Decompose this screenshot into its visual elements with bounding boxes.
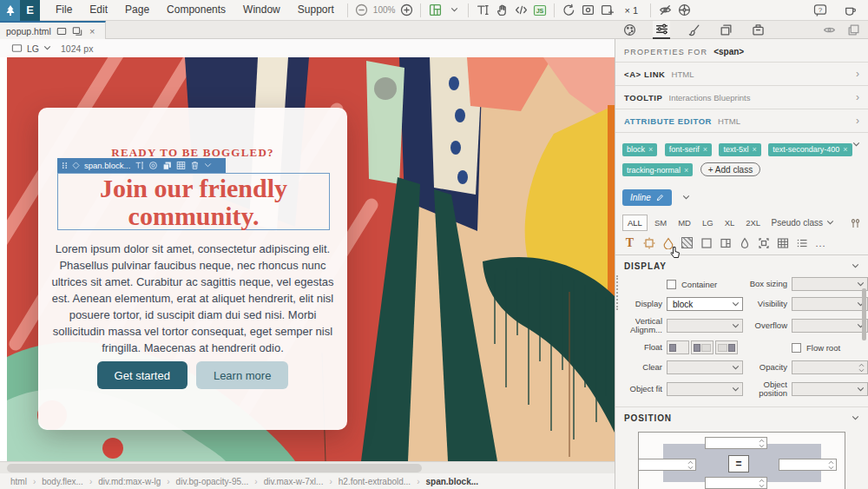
- element-toolbar[interactable]: span.block...: [57, 158, 226, 173]
- position-left-input[interactable]: [638, 459, 696, 471]
- edit-text-icon[interactable]: [135, 161, 144, 170]
- class-pill-font-serif[interactable]: font-serif×: [665, 143, 712, 156]
- chevron-right-icon[interactable]: ›: [856, 68, 859, 80]
- attribute-editor-section[interactable]: ATTRIBUTE EDITOR HTML ›: [615, 109, 868, 132]
- class-pill-text-5xl[interactable]: text-5xl×: [719, 143, 760, 156]
- open-new-window-icon[interactable]: [597, 1, 616, 20]
- vertical-align-select[interactable]: [667, 319, 743, 333]
- opacity-stepper[interactable]: [792, 360, 868, 374]
- table-grid-icon[interactable]: [776, 236, 789, 249]
- float-left-button[interactable]: [667, 340, 689, 354]
- js-panel-icon[interactable]: JS: [530, 1, 549, 20]
- spacing-icon[interactable]: [642, 236, 655, 249]
- position-equal-button[interactable]: =: [728, 455, 749, 472]
- remove-class-icon[interactable]: ×: [752, 145, 756, 154]
- design-canvas[interactable]: READY TO BE BOGGLED? span.block... Join …: [0, 57, 615, 461]
- app-logo-icon[interactable]: [0, 0, 20, 21]
- effects-drop-icon[interactable]: [738, 236, 751, 249]
- flow-root-checkbox[interactable]: [792, 343, 801, 353]
- breakpoint-lg[interactable]: LG: [698, 215, 718, 230]
- position-right-input[interactable]: [779, 459, 837, 471]
- object-fit-select[interactable]: [667, 382, 743, 396]
- step-down-icon[interactable]: [858, 368, 865, 373]
- selected-element-chip[interactable]: span.block...: [84, 161, 130, 170]
- styles-palette-icon[interactable]: [621, 21, 638, 39]
- menu-page[interactable]: Page: [116, 0, 158, 20]
- popup-card[interactable]: READY TO BE BOGGLED? span.block... Join …: [38, 108, 347, 430]
- clear-select[interactable]: [667, 360, 743, 374]
- menu-file[interactable]: File: [47, 0, 81, 20]
- horizontal-scrollbar-thumb[interactable]: [7, 464, 422, 472]
- menu-components[interactable]: Components: [158, 0, 234, 20]
- inline-chevron-icon[interactable]: [682, 195, 690, 201]
- display-collapse-chevron-icon[interactable]: [852, 263, 859, 269]
- tab-popup-html[interactable]: popup.html ×: [0, 21, 106, 39]
- text-tool-icon[interactable]: [473, 1, 492, 20]
- menu-support[interactable]: Support: [289, 0, 343, 20]
- list-icon[interactable]: [795, 236, 808, 249]
- pixel-ratio-label[interactable]: × 1: [624, 5, 638, 16]
- coffee-cup-icon[interactable]: [840, 1, 859, 20]
- refresh-icon[interactable]: [559, 1, 578, 20]
- position-section-header[interactable]: POSITION: [615, 406, 868, 427]
- inline-style-button[interactable]: Inline: [622, 189, 672, 206]
- tab-close-icon[interactable]: ×: [89, 26, 95, 36]
- float-right-button[interactable]: [715, 340, 738, 354]
- display-section-header[interactable]: DISPLAY: [615, 255, 868, 275]
- position-collapse-chevron-icon[interactable]: [852, 415, 859, 421]
- box-sizing-select[interactable]: [792, 277, 868, 291]
- overflow-select[interactable]: [792, 319, 868, 333]
- menu-window[interactable]: Window: [234, 0, 289, 20]
- typography-icon[interactable]: T: [623, 236, 636, 249]
- float-none-button[interactable]: [691, 340, 713, 354]
- breadcrumb-body[interactable]: body.flex...: [42, 477, 83, 486]
- tab-split-view-icon[interactable]: [72, 26, 82, 36]
- editor-logo[interactable]: E: [20, 0, 40, 21]
- drag-handle-icon[interactable]: [62, 162, 68, 169]
- breakpoint-sm[interactable]: SM: [650, 215, 671, 230]
- breakpoint-chevron-icon[interactable]: [43, 45, 51, 51]
- panel-eye-icon[interactable]: [820, 21, 838, 39]
- pseudo-class-selector[interactable]: Pseudo class: [772, 218, 834, 228]
- breadcrumb-div-3[interactable]: div.max-w-7xl...: [264, 477, 324, 486]
- zoom-out-icon[interactable]: [352, 1, 372, 20]
- breakpoint-selector[interactable]: LG: [27, 43, 39, 54]
- hand-tool-icon[interactable]: [492, 1, 511, 20]
- more-categories-icon[interactable]: ...: [814, 236, 827, 249]
- remove-class-icon[interactable]: ×: [648, 145, 653, 154]
- menu-edit[interactable]: Edit: [81, 0, 116, 20]
- chevron-right-icon[interactable]: ›: [856, 115, 859, 127]
- position-bottom-input[interactable]: [705, 477, 767, 489]
- breadcrumb-span[interactable]: span.block...: [426, 477, 479, 486]
- breakpoint-xl[interactable]: XL: [720, 215, 740, 230]
- classes-chevron-icon[interactable]: [852, 142, 860, 148]
- archive-box-icon[interactable]: [749, 21, 766, 39]
- borders-icon[interactable]: [700, 236, 713, 249]
- diamond-select-icon[interactable]: [72, 162, 80, 169]
- remove-class-icon[interactable]: ×: [703, 145, 707, 154]
- breadcrumb-html[interactable]: html: [10, 477, 27, 486]
- add-class-button[interactable]: + Add class: [700, 162, 760, 176]
- zoom-in-icon[interactable]: [397, 1, 416, 20]
- code-view-icon[interactable]: [511, 1, 530, 20]
- help-icon[interactable]: ?: [811, 1, 830, 20]
- visibility-off-icon[interactable]: [655, 1, 674, 20]
- grid-table-icon[interactable]: [176, 161, 186, 170]
- tab-browser-icon[interactable]: [56, 26, 67, 36]
- horizontal-scrollbar[interactable]: [0, 461, 615, 473]
- remove-class-icon[interactable]: ×: [843, 145, 847, 154]
- visibility-select[interactable]: [792, 297, 868, 311]
- panel-resize-handle[interactable]: [616, 275, 618, 310]
- trash-icon[interactable]: [190, 161, 200, 170]
- class-pill-block[interactable]: block×: [622, 143, 657, 156]
- panel-duplicate-icon[interactable]: [845, 21, 862, 39]
- layout-chevron-down-icon[interactable]: [444, 1, 464, 20]
- popup-body-text[interactable]: Lorem ipsum dolor sit amet, consectetur …: [48, 241, 338, 356]
- step-up-icon[interactable]: [858, 363, 865, 367]
- panel-scrollbar-thumb[interactable]: [862, 288, 866, 340]
- duplicate-layers-icon[interactable]: [162, 161, 172, 170]
- tooltip-section[interactable]: TOOLTIP Interactions Blueprints ›: [615, 85, 868, 109]
- chevron-right-icon[interactable]: ›: [856, 91, 859, 103]
- breakpoint-all[interactable]: ALL: [622, 215, 648, 231]
- learn-more-button[interactable]: Learn more: [196, 361, 288, 389]
